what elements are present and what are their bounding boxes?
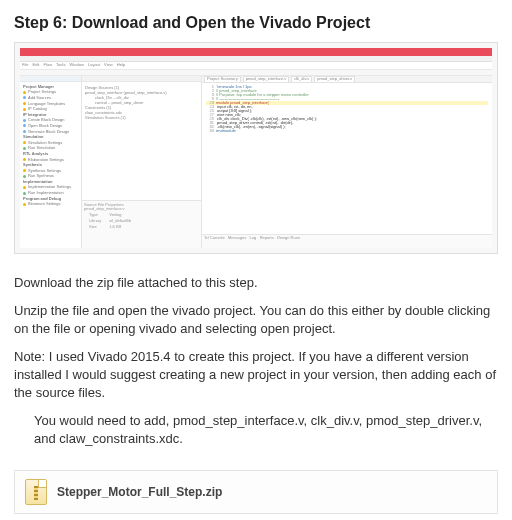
step-body: Download the zip file attached to this s… (14, 274, 498, 448)
screenshot-figure: File Edit Flow Tools Window Layout View … (14, 42, 498, 254)
window-titlebar (20, 48, 492, 56)
zip-icon (25, 479, 47, 505)
menu-bar: File Edit Flow Tools Window Layout View … (20, 62, 492, 70)
sources-panel: Design Sources (1) pmod_step_interface (… (82, 76, 202, 248)
paragraph-3: Note: I used Vivado 2015.4 to create thi… (14, 348, 498, 402)
step-heading: Step 6: Download and Open the Vivado Pro… (14, 14, 498, 32)
paragraph-1: Download the zip file attached to this s… (14, 274, 498, 292)
paragraph-4: You would need to add, pmod_step_interfa… (14, 412, 498, 448)
properties-panel: Source File Properties pmod_step_interfa… (82, 200, 201, 248)
attachment-link[interactable]: Stepper_Motor_Full_Step.zip (14, 470, 498, 514)
editor-panel: Project Summary pmod_step_interface.v cl… (202, 76, 492, 248)
flow-navigator: Project Manager Project Settings Add Sou… (20, 76, 82, 248)
attachment-filename: Stepper_Motor_Full_Step.zip (57, 485, 222, 499)
vivado-screenshot: File Edit Flow Tools Window Layout View … (20, 48, 492, 248)
paragraph-2: Unzip the file and open the vivado proje… (14, 302, 498, 338)
